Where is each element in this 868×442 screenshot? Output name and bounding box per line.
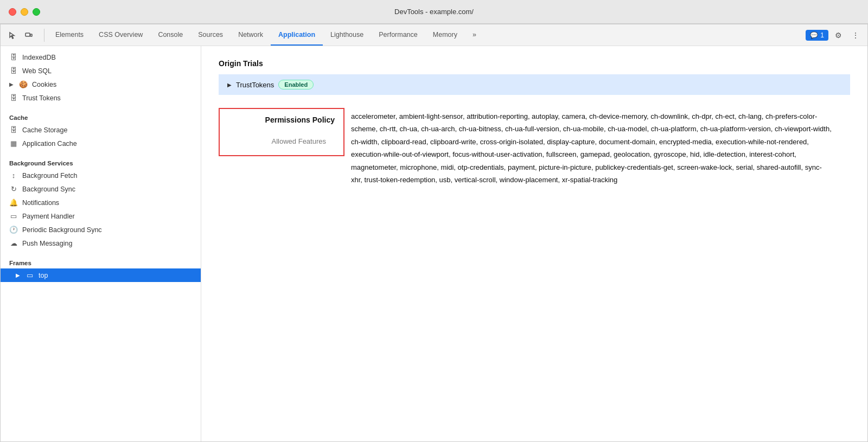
sidebar-label-periodic-bg-sync: Periodic Background Sync xyxy=(22,226,102,234)
sidebar-item-periodic-bg-sync[interactable]: 🕐 Periodic Background Sync xyxy=(1,223,201,236)
traffic-lights xyxy=(9,8,40,16)
svg-rect-0 xyxy=(25,33,30,36)
main-content: 🗄 IndexedDB 🗄 Web SQL ▶ 🍪 Cookies 🗄 Trus… xyxy=(1,46,867,441)
sidebar-item-notifications[interactable]: 🔔 Notifications xyxy=(1,196,201,209)
database-icon-cache: 🗄 xyxy=(9,126,18,134)
sidebar-item-websql[interactable]: 🗄 Web SQL xyxy=(1,64,201,78)
sidebar: 🗄 IndexedDB 🗄 Web SQL ▶ 🍪 Cookies 🗄 Trus… xyxy=(1,46,201,441)
database-icon: 🗄 xyxy=(9,53,18,61)
trust-tokens-row[interactable]: ▶ TrustTokens Enabled xyxy=(219,74,850,95)
chevron-right-icon: ▶ xyxy=(9,81,14,87)
chevron-right-icon-top: ▶ xyxy=(16,272,20,278)
sidebar-item-bg-sync[interactable]: ↻ Background Sync xyxy=(1,182,201,196)
sidebar-item-indexeddb[interactable]: 🗄 IndexedDB xyxy=(1,50,201,64)
sidebar-item-push-messaging[interactable]: ☁ Push Messaging xyxy=(1,236,201,250)
cloud-icon: ☁ xyxy=(9,239,18,247)
toolbar-icons xyxy=(5,28,36,43)
devtools-window: ElementsCSS OverviewConsoleSourcesNetwor… xyxy=(0,24,868,442)
sidebar-label-push-messaging: Push Messaging xyxy=(22,240,72,247)
origin-trials-title: Origin Trials xyxy=(219,59,850,68)
cursor-icon[interactable] xyxy=(5,28,20,43)
fetch-icon: ↕ xyxy=(9,171,18,180)
notification-icon: 🔔 xyxy=(9,198,18,207)
issues-icon: 💬 xyxy=(810,31,818,39)
sidebar-label-bg-fetch: Background Fetch xyxy=(22,172,77,180)
sidebar-label-indexeddb: IndexedDB xyxy=(22,54,56,61)
sidebar-item-cookies[interactable]: ▶ 🍪 Cookies xyxy=(1,78,201,91)
sidebar-label-top: top xyxy=(39,272,48,279)
cookies-icon: 🍪 xyxy=(19,80,28,88)
enabled-badge: Enabled xyxy=(278,80,314,89)
tab-application[interactable]: Application xyxy=(271,24,323,46)
tab-network[interactable]: Network xyxy=(231,24,271,46)
allowed-features-value: accelerometer, ambient-light-sensor, att… xyxy=(344,108,833,188)
tab-list: ElementsCSS OverviewConsoleSourcesNetwor… xyxy=(48,24,806,46)
issues-count: 1 xyxy=(820,31,824,39)
window-title: DevTools - example.com/ xyxy=(394,8,474,16)
cache-section-label: Cache xyxy=(1,110,201,123)
allowed-features-label: Allowed Features xyxy=(226,134,335,149)
title-bar: DevTools - example.com/ xyxy=(0,0,868,24)
content-panel: Origin Trials ▶ TrustTokens Enabled Perm… xyxy=(201,46,867,441)
trust-tokens-name: TrustTokens xyxy=(236,81,274,89)
more-options-icon[interactable]: ⋮ xyxy=(848,28,863,43)
sidebar-item-payment-handler[interactable]: ▭ Payment Handler xyxy=(1,209,201,223)
toolbar-right: 💬 1 ⚙ ⋮ xyxy=(806,28,863,43)
sidebar-label-trust-tokens: Trust Tokens xyxy=(22,94,61,102)
database-icon-websql: 🗄 xyxy=(9,67,18,75)
sidebar-label-app-cache: Application Cache xyxy=(22,140,77,148)
permissions-policy-section: Permissions Policy Allowed Features acce… xyxy=(219,108,850,188)
tab-console[interactable]: Console xyxy=(150,24,190,46)
permissions-policy-title: Permissions Policy xyxy=(265,116,335,124)
close-button[interactable] xyxy=(9,8,16,16)
sidebar-label-websql: Web SQL xyxy=(22,67,52,75)
permissions-label-box: Permissions Policy Allowed Features xyxy=(219,108,344,156)
sidebar-item-app-cache[interactable]: ▦ Application Cache xyxy=(1,137,201,150)
toolbar: ElementsCSS OverviewConsoleSourcesNetwor… xyxy=(1,24,867,46)
issues-badge-button[interactable]: 💬 1 xyxy=(806,30,828,41)
tab-css-overview[interactable]: CSS Overview xyxy=(91,24,150,46)
frames-section-label: Frames xyxy=(1,255,201,268)
sidebar-item-trust-tokens[interactable]: 🗄 Trust Tokens xyxy=(1,91,201,105)
grid-icon: ▦ xyxy=(9,139,18,148)
clock-icon: 🕐 xyxy=(9,226,18,234)
minimize-button[interactable] xyxy=(21,8,28,16)
trust-tokens-expand-icon: ▶ xyxy=(227,82,232,88)
tab-memory[interactable]: Memory xyxy=(425,24,465,46)
svg-rect-1 xyxy=(30,34,32,36)
tab-elements[interactable]: Elements xyxy=(48,24,91,46)
sidebar-label-payment-handler: Payment Handler xyxy=(22,213,75,220)
sidebar-item-cache-storage[interactable]: 🗄 Cache Storage xyxy=(1,123,201,137)
tab-lighthouse[interactable]: Lighthouse xyxy=(323,24,371,46)
settings-icon[interactable]: ⚙ xyxy=(831,28,846,43)
maximize-button[interactable] xyxy=(33,8,40,16)
sidebar-item-top[interactable]: ▶ ▭ top xyxy=(1,268,201,282)
background-services-section-label: Background Services xyxy=(1,156,201,169)
toolbar-divider xyxy=(44,29,44,42)
sidebar-label-cookies: Cookies xyxy=(32,81,56,88)
sidebar-label-notifications: Notifications xyxy=(22,199,59,207)
device-toggle-icon[interactable] xyxy=(21,28,36,43)
sidebar-item-bg-fetch[interactable]: ↕ Background Fetch xyxy=(1,169,201,182)
payment-icon: ▭ xyxy=(9,212,18,220)
sync-icon: ↻ xyxy=(9,185,18,193)
sidebar-label-bg-sync: Background Sync xyxy=(22,185,75,193)
tab-sources[interactable]: Sources xyxy=(190,24,231,46)
tab-performance[interactable]: Performance xyxy=(371,24,425,46)
frame-icon: ▭ xyxy=(25,271,34,279)
database-icon-trust: 🗄 xyxy=(9,94,18,102)
more-tabs-button[interactable]: » xyxy=(465,24,484,46)
sidebar-label-cache-storage: Cache Storage xyxy=(22,126,67,134)
